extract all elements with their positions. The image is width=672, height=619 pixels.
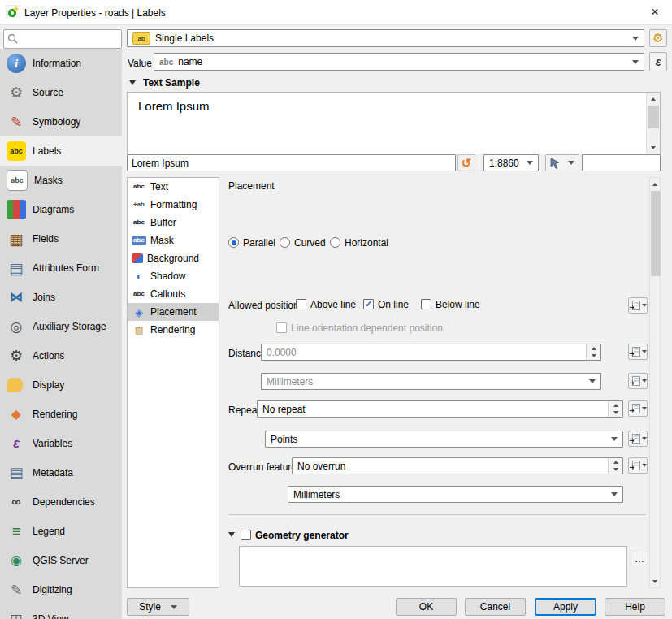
geometry-expression-button[interactable]: …	[631, 552, 648, 565]
sidebar-item-qgis-server[interactable]: ◉QGIS Server	[0, 546, 122, 575]
spin-up-icon[interactable]	[609, 401, 622, 409]
collapse-arrow-icon[interactable]	[129, 80, 136, 85]
search-input[interactable]	[20, 32, 119, 46]
tab-buffer[interactable]: abcBuffer	[128, 214, 219, 232]
spin-up-icon[interactable]	[587, 344, 600, 353]
scrollbar-thumb[interactable]	[648, 106, 659, 128]
spin-down-icon[interactable]	[609, 466, 622, 474]
overrun-input[interactable]	[293, 458, 608, 474]
tab-shadow[interactable]: ◐Shadow	[128, 267, 219, 285]
data-defined-override-button[interactable]	[628, 431, 648, 447]
repeat-input[interactable]	[258, 401, 608, 417]
spin-down-icon[interactable]	[609, 409, 622, 418]
sidebar-item-masks[interactable]: abcMasks	[0, 166, 122, 195]
help-button[interactable]: Help	[605, 598, 665, 616]
information-icon: i	[7, 54, 26, 73]
overrun-unit-combo[interactable]: Millimeters	[288, 486, 623, 503]
sidebar-item-attributes-form[interactable]: ▤Attributes Form	[0, 253, 122, 283]
scrollbar-thumb[interactable]	[651, 191, 661, 276]
radio-curved[interactable]: Curved	[280, 236, 326, 249]
spinner[interactable]	[608, 458, 622, 474]
sidebar-item-labels[interactable]: abcLabels	[0, 136, 122, 166]
sidebar-item-metadata[interactable]: ▤Metadata	[0, 458, 122, 487]
sidebar-item-actions[interactable]: ⚙Actions	[0, 341, 122, 370]
sidebar-item-source[interactable]: ⚙Source	[0, 78, 122, 107]
style-button[interactable]: Style	[127, 598, 189, 616]
preview-background-field[interactable]	[582, 154, 661, 171]
checkbox-geometry-generator[interactable]: Geometry generator	[241, 529, 349, 541]
spin-down-icon[interactable]	[587, 353, 600, 361]
apply-button[interactable]: Apply	[535, 598, 596, 616]
close-icon[interactable]: ×	[646, 3, 664, 21]
tab-background[interactable]: Background	[128, 249, 219, 267]
checkbox-line-orientation[interactable]: Line orientation dependent position	[276, 322, 443, 334]
sidebar-item-3d-view[interactable]: ◳3D View	[0, 604, 122, 619]
tab-mask[interactable]: abcMask	[128, 232, 219, 249]
sidebar-item-digitizing[interactable]: ✎Digitizing	[0, 575, 122, 604]
chevron-down-icon	[589, 379, 596, 383]
repeat-spinbox[interactable]	[257, 400, 623, 418]
qgis-server-icon: ◉	[7, 551, 26, 570]
spin-up-icon[interactable]	[609, 458, 622, 466]
data-defined-icon	[630, 434, 640, 444]
sidebar-item-legend[interactable]: ≡Legend	[0, 517, 122, 546]
checkbox-on-line[interactable]: ✓On line	[363, 298, 409, 310]
checkbox-below-line[interactable]: Below line	[421, 298, 480, 310]
tab-rendering[interactable]: ▨Rendering	[128, 321, 219, 339]
preview-scale-combo[interactable]: 1:8860	[483, 154, 539, 171]
sidebar-item-label: 3D View	[33, 613, 68, 619]
sidebar-item-joins[interactable]: ⋈Joins	[0, 283, 122, 312]
scroll-up-icon[interactable]	[647, 93, 660, 105]
expression-builder-button[interactable]: ε	[649, 52, 667, 71]
collapse-arrow-icon[interactable]	[228, 532, 235, 537]
cancel-button[interactable]: Cancel	[465, 598, 526, 616]
sample-text-input[interactable]	[127, 154, 456, 171]
data-defined-override-button[interactable]	[628, 400, 648, 417]
sidebar-item-label: QGIS Server	[33, 555, 89, 566]
spinner[interactable]	[586, 344, 600, 360]
spinner[interactable]	[608, 401, 622, 417]
data-defined-override-button[interactable]	[628, 457, 648, 474]
tab-formatting[interactable]: +abFormatting	[128, 196, 219, 214]
sidebar-item-dependencies[interactable]: ∞Dependencies	[0, 487, 122, 517]
automated-placement-settings-button[interactable]: ⚙	[649, 29, 667, 47]
repeat-unit-combo[interactable]: Points	[265, 431, 623, 448]
data-defined-override-button[interactable]	[628, 344, 648, 360]
sidebar-item-auxiliary-storage[interactable]: ◎Auxiliary Storage	[0, 312, 122, 341]
sidebar-item-diagrams[interactable]: Diagrams	[0, 195, 122, 224]
radio-parallel[interactable]: Parallel	[228, 236, 275, 249]
scroll-down-icon[interactable]	[650, 575, 660, 587]
data-defined-override-button[interactable]	[628, 297, 648, 314]
tab-text[interactable]: abcText	[128, 178, 219, 196]
geometry-generator-expression-box[interactable]	[239, 546, 627, 587]
chevron-down-icon	[171, 605, 177, 609]
sidebar-item-display[interactable]: Display	[0, 370, 122, 400]
scroll-down-icon[interactable]	[647, 141, 660, 154]
sidebar-item-information[interactable]: iInformation	[0, 49, 122, 78]
sidebar-item-fields[interactable]: ▦Fields	[0, 224, 122, 253]
map-settings-button[interactable]	[545, 154, 579, 171]
ok-button[interactable]: OK	[396, 598, 457, 616]
value-combo[interactable]: abc name	[154, 53, 644, 71]
distance-spinbox[interactable]	[261, 344, 601, 361]
separator	[228, 514, 646, 515]
overrun-spinbox[interactable]	[292, 457, 623, 474]
radio-horizontal[interactable]: Horizontal	[330, 236, 388, 249]
cancel-button-label: Cancel	[480, 601, 510, 613]
unit-value: Millimeters	[293, 489, 608, 500]
sidebar-item-variables[interactable]: εVariables	[0, 429, 122, 458]
sidebar-item-symbology[interactable]: ✎Symbology	[0, 107, 122, 136]
tab-placement[interactable]: ◈Placement	[128, 303, 219, 321]
panel-scrollbar[interactable]	[649, 177, 661, 588]
checkbox-icon	[276, 322, 287, 333]
label-mode-combo[interactable]: ab Single Labels	[127, 29, 644, 47]
scroll-up-icon[interactable]	[650, 178, 660, 190]
reset-sample-button[interactable]: ↺	[457, 154, 475, 171]
preview-scrollbar[interactable]	[646, 93, 660, 154]
distance-input[interactable]	[262, 344, 586, 360]
distance-unit-combo[interactable]: Millimeters	[261, 373, 601, 390]
checkbox-above-line[interactable]: Above line	[296, 298, 356, 310]
sidebar-item-rendering[interactable]: ◆Rendering	[0, 400, 122, 429]
data-defined-override-button[interactable]	[628, 373, 648, 389]
tab-callouts[interactable]: abcCallouts	[128, 285, 219, 303]
